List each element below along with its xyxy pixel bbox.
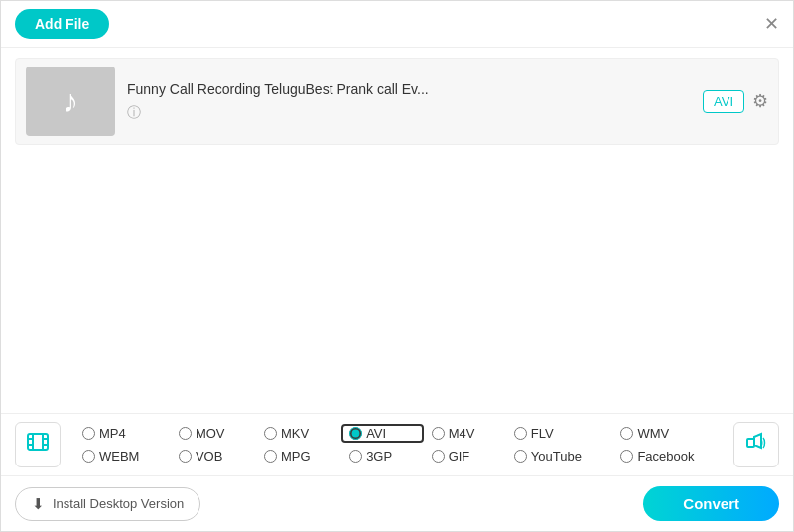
format-option-m4v[interactable]: M4V	[424, 424, 506, 443]
format-grid: MP4 MOV MKV AVI M4V FLV WMV WEB	[74, 424, 726, 466]
file-title: Funny Call Recording TeluguBest Prank ca…	[127, 81, 691, 97]
add-file-button[interactable]: Add File	[15, 9, 109, 39]
format-option-mpg[interactable]: MPG	[256, 447, 341, 466]
film-icon	[26, 430, 50, 460]
close-button[interactable]: ✕	[764, 15, 779, 33]
svg-rect-0	[28, 434, 48, 450]
format-option-webm[interactable]: WEBM	[74, 447, 171, 466]
video-format-icon	[15, 422, 61, 467]
format-option-3gp[interactable]: 3GP	[341, 447, 424, 466]
audio-icon	[745, 432, 767, 459]
file-actions: AVI ⚙	[703, 90, 768, 113]
format-option-mov[interactable]: MOV	[171, 424, 256, 443]
settings-button[interactable]: ⚙	[752, 90, 768, 112]
install-desktop-button[interactable]: ⬇ Install Desktop Version	[15, 487, 200, 521]
format-option-vob[interactable]: VOB	[171, 447, 256, 466]
install-label: Install Desktop Version	[53, 496, 184, 511]
audio-icon-panel	[733, 422, 779, 467]
file-item: ♪ Funny Call Recording TeluguBest Prank …	[15, 58, 779, 145]
format-option-youtube[interactable]: YouTube	[506, 447, 613, 466]
format-option-mkv[interactable]: MKV	[256, 424, 341, 443]
svg-rect-7	[747, 439, 754, 447]
format-option-facebook[interactable]: Facebook	[612, 447, 726, 466]
format-option-flv[interactable]: FLV	[506, 424, 613, 443]
file-info: Funny Call Recording TeluguBest Prank ca…	[115, 81, 703, 122]
bottom-panel: MP4 MOV MKV AVI M4V FLV WMV WEB	[1, 413, 793, 531]
format-badge: AVI	[703, 90, 744, 113]
format-option-mp4[interactable]: MP4	[74, 424, 171, 443]
info-icon[interactable]: ⓘ	[127, 104, 141, 120]
format-option-wmv[interactable]: WMV	[612, 424, 726, 443]
music-icon: ♪	[63, 83, 78, 120]
download-icon: ⬇	[32, 495, 45, 513]
action-bar: ⬇ Install Desktop Version Convert	[1, 476, 793, 531]
top-bar: Add File ✕	[1, 1, 793, 48]
format-option-avi[interactable]: AVI	[341, 424, 424, 443]
convert-button[interactable]: Convert	[643, 486, 779, 521]
file-thumbnail: ♪	[26, 66, 115, 136]
format-option-gif[interactable]: GIF	[424, 447, 506, 466]
file-list: ♪ Funny Call Recording TeluguBest Prank …	[1, 48, 793, 155]
format-selection: MP4 MOV MKV AVI M4V FLV WMV WEB	[1, 414, 793, 476]
